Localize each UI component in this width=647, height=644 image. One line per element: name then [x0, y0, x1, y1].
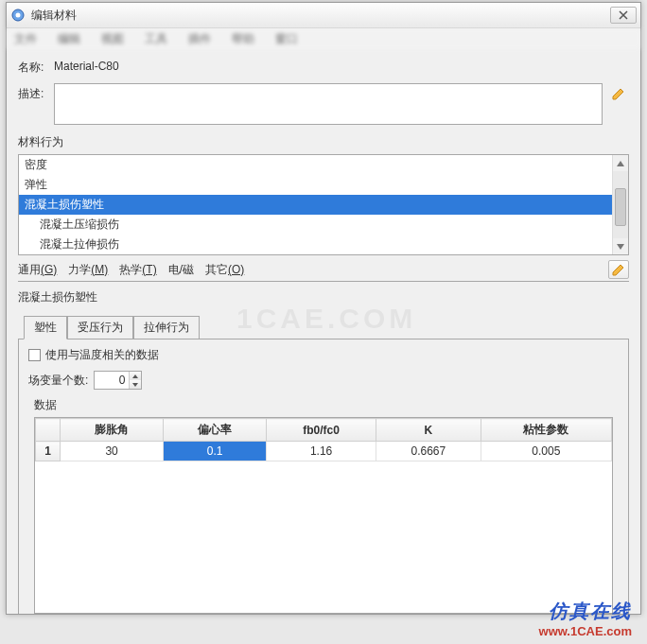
name-value: Material-C80: [54, 57, 119, 73]
table-cell[interactable]: 0.005: [481, 442, 611, 461]
temperature-checkbox[interactable]: [28, 349, 41, 361]
row-header-blank: [36, 419, 61, 442]
plasticity-title: 混凝土损伤塑性: [18, 289, 629, 305]
menu-thermal[interactable]: 热学(T): [119, 262, 156, 278]
tab-panel: 使用与温度相关的数据 场变量个数: 0 数据: [18, 339, 629, 614]
menu-general[interactable]: 通用(G): [18, 262, 57, 278]
col-header[interactable]: 偏心率: [164, 419, 267, 442]
footer-brand: 仿真在线 www.1CAE.com: [539, 599, 632, 638]
col-header[interactable]: K: [376, 419, 481, 442]
fieldvar-spinner[interactable]: 0: [94, 371, 142, 390]
behavior-item[interactable]: 混凝土压缩损伤: [19, 215, 612, 235]
table-cell[interactable]: 30: [61, 442, 164, 461]
table-cell[interactable]: 0.6667: [376, 442, 481, 461]
col-header[interactable]: 粘性参数: [481, 419, 611, 442]
name-label: 名称:: [18, 57, 54, 76]
scroll-up-icon[interactable]: [613, 155, 628, 171]
description-input[interactable]: [54, 83, 603, 125]
edit-material-dialog: 编辑材料 文件编辑视图工具插件帮助窗口 名称: Material-C80 描述:…: [6, 2, 641, 615]
data-table-wrap: 膨胀角偏心率fb0/fc0K粘性参数 1300.11.160.66670.005: [34, 417, 613, 614]
window-title: 编辑材料: [31, 8, 77, 24]
menu-mechanics[interactable]: 力学(M): [68, 262, 108, 278]
table-cell[interactable]: 1.16: [267, 442, 376, 461]
row-index[interactable]: 1: [36, 442, 61, 461]
table-cell[interactable]: 0.1: [164, 442, 267, 461]
col-header[interactable]: 膨胀角: [61, 419, 164, 442]
scroll-down-icon[interactable]: [613, 238, 628, 254]
edit-behavior-button[interactable]: [608, 260, 629, 279]
temperature-checkbox-label: 使用与温度相关的数据: [45, 347, 159, 363]
close-button[interactable]: [610, 7, 637, 24]
category-menu-bar: 通用(G) 力学(M) 热学(T) 电/磁 其它(O): [18, 255, 629, 282]
svg-point-1: [16, 13, 21, 18]
brand-url: www.1CAE.com: [539, 624, 632, 638]
fieldvar-value[interactable]: 0: [95, 373, 129, 388]
plasticity-tabs: 塑性受压行为拉伸行为: [18, 316, 629, 339]
fieldvar-label: 场变量个数:: [28, 373, 88, 389]
scrollbar-thumb[interactable]: [615, 188, 626, 226]
edit-description-button[interactable]: [608, 83, 629, 104]
behavior-section-label: 材料行为: [18, 134, 629, 150]
spinner-up-icon[interactable]: [130, 372, 141, 380]
app-icon: [10, 8, 26, 23]
brand-cn: 仿真在线: [539, 599, 632, 624]
behavior-item[interactable]: 弹性: [19, 175, 612, 195]
col-header[interactable]: fb0/fc0: [267, 419, 376, 442]
blurred-background-toolbar: 文件编辑视图工具插件帮助窗口: [7, 28, 640, 49]
behavior-item[interactable]: 混凝土拉伸损伤: [19, 235, 612, 254]
table-blank-area: [35, 461, 612, 613]
data-table[interactable]: 膨胀角偏心率fb0/fc0K粘性参数 1300.11.160.66670.005: [35, 418, 612, 461]
behavior-item[interactable]: 密度: [19, 155, 612, 175]
menu-other[interactable]: 其它(O): [205, 262, 244, 278]
tab-2[interactable]: 拉伸行为: [133, 316, 200, 339]
behavior-item[interactable]: 混凝土损伤塑性: [19, 195, 612, 215]
spinner-down-icon[interactable]: [130, 380, 141, 389]
dialog-content: 名称: Material-C80 描述: 材料行为 密度弹性混凝土损伤塑性混凝土…: [7, 49, 640, 614]
data-section-label: 数据: [34, 397, 619, 413]
behavior-listbox: 密度弹性混凝土损伤塑性混凝土压缩损伤混凝土拉伸损伤: [18, 154, 629, 255]
tab-0[interactable]: 塑性: [24, 316, 67, 339]
menu-em[interactable]: 电/磁: [168, 262, 194, 278]
desc-label: 描述:: [18, 83, 54, 102]
tab-1[interactable]: 受压行为: [67, 316, 133, 339]
titlebar[interactable]: 编辑材料: [7, 3, 640, 28]
behavior-scrollbar[interactable]: [612, 155, 628, 254]
